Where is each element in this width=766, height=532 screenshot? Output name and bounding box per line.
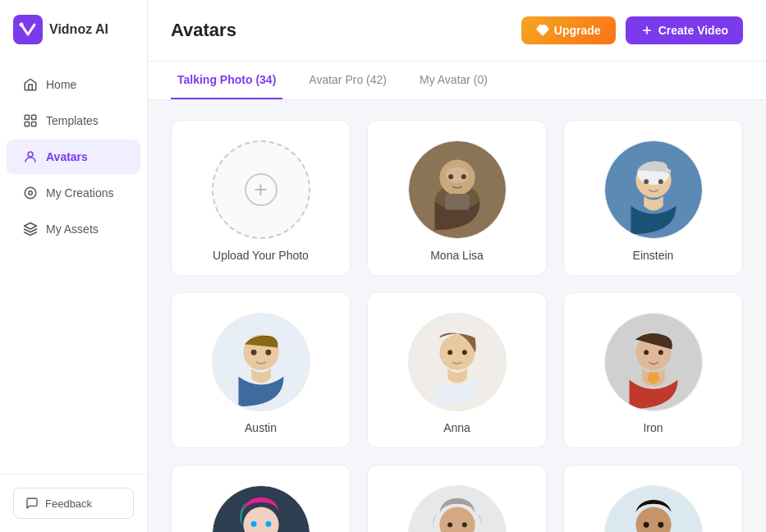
upload-area[interactable]: +	[212, 140, 310, 239]
creations-icon	[23, 186, 38, 200]
sidebar-item-home[interactable]: Home	[7, 67, 140, 102]
sidebar-item-my-creations-label: My Creations	[46, 186, 113, 200]
svg-point-22	[644, 179, 649, 184]
svg-point-23	[658, 179, 663, 184]
svg-point-16	[448, 174, 453, 179]
avatar-image-wrap-maeve	[212, 485, 310, 532]
svg-point-40	[265, 521, 271, 527]
austin-label: Austin	[245, 421, 277, 434]
svg-point-17	[461, 174, 466, 179]
sidebar-item-templates[interactable]: Templates	[7, 103, 140, 138]
svg-point-34	[644, 350, 649, 355]
avatar-image-wrap-iron	[604, 313, 703, 411]
avatar-image-wrap-austin	[212, 313, 310, 411]
sidebar: Vidnoz AI Home Templates	[0, 0, 148, 532]
sidebar-item-my-assets[interactable]: My Assets	[7, 212, 140, 246]
main-content: Avatars Upgrade Create Video Talking Pho…	[148, 0, 766, 532]
avatar-image-wrap-mona-lisa	[408, 140, 507, 239]
header-actions: Upgrade Create Video	[521, 16, 743, 44]
tab-talking-photo[interactable]: Talking Photo (34)	[171, 62, 282, 99]
svg-rect-5	[32, 122, 36, 126]
upload-label: Upload Your Photo	[213, 249, 309, 262]
tab-my-avatar[interactable]: My Avatar (0)	[413, 62, 494, 99]
svg-rect-4	[25, 122, 29, 126]
create-video-button[interactable]: Create Video	[626, 16, 743, 44]
logo-icon	[13, 15, 43, 44]
avatar-image-wrap-donna	[408, 485, 507, 532]
avatar-card-anna[interactable]: Anna	[367, 292, 547, 448]
avatar-card-austin[interactable]: Austin	[171, 292, 351, 448]
svg-point-30	[447, 350, 452, 355]
avatar-card-einstein[interactable]: Einstein	[563, 120, 743, 276]
upgrade-button[interactable]: Upgrade	[521, 16, 616, 44]
nav-list: Home Templates Avatars	[0, 59, 147, 474]
feedback-area: Feedback	[0, 474, 147, 532]
logo-area: Vidnoz AI	[0, 0, 147, 59]
svg-point-6	[28, 152, 33, 157]
avatar-grid: + Upload Your Photo	[171, 120, 743, 532]
svg-point-1	[20, 23, 24, 27]
iron-label: Iron	[643, 421, 663, 434]
avatar-card-aiden[interactable]: Aiden	[563, 465, 743, 532]
svg-point-26	[250, 350, 256, 355]
avatar-image-einstein	[605, 140, 702, 239]
mona-lisa-label: Mona Lisa	[430, 249, 484, 262]
avatar-image-anna	[409, 313, 506, 411]
sidebar-item-my-assets-label: My Assets	[46, 222, 99, 236]
svg-marker-9	[25, 223, 37, 230]
create-video-label: Create Video	[658, 24, 728, 37]
svg-point-8	[29, 191, 33, 195]
sidebar-item-avatars-label: Avatars	[46, 150, 88, 163]
assets-icon	[23, 222, 38, 236]
svg-point-39	[250, 521, 256, 527]
logo-text: Vidnoz AI	[49, 22, 108, 37]
avatar-image-wrap-anna	[408, 313, 507, 411]
svg-point-48	[658, 522, 663, 528]
feedback-button[interactable]: Feedback	[13, 488, 134, 519]
feedback-label: Feedback	[45, 498, 92, 510]
avatar-card-mona-lisa[interactable]: Mona Lisa	[367, 120, 547, 276]
tabs-bar: Talking Photo (34) Avatar Pro (42) My Av…	[148, 62, 766, 100]
sidebar-item-my-creations[interactable]: My Creations	[7, 176, 140, 210]
anna-label: Anna	[443, 421, 470, 434]
avatar-image-wrap-aiden	[604, 485, 703, 532]
content-area: + Upload Your Photo	[148, 100, 766, 532]
sidebar-item-avatars[interactable]: Avatars	[7, 140, 140, 174]
svg-rect-0	[13, 15, 43, 44]
header: Avatars Upgrade Create Video	[148, 0, 766, 62]
sidebar-item-home-label: Home	[46, 78, 76, 91]
avatar-image-wrap-einstein	[604, 140, 703, 239]
svg-point-44	[461, 522, 466, 527]
avatar-image-austin	[213, 313, 310, 411]
upload-plus-icon: +	[245, 173, 278, 206]
home-icon	[23, 77, 38, 92]
upgrade-label: Upgrade	[554, 24, 601, 37]
avatar-image-iron	[605, 313, 702, 411]
svg-rect-3	[32, 115, 36, 119]
svg-point-7	[25, 187, 36, 199]
sidebar-item-templates-label: Templates	[46, 114, 99, 127]
einstein-label: Einstein	[633, 249, 674, 262]
avatar-card-iron[interactable]: Iron	[563, 292, 743, 448]
upload-card[interactable]: + Upload Your Photo	[171, 120, 351, 276]
avatars-icon	[23, 149, 38, 164]
svg-point-35	[658, 350, 663, 355]
svg-rect-18	[445, 194, 470, 210]
svg-point-27	[265, 350, 271, 355]
avatar-card-maeve[interactable]: Maeve	[171, 465, 351, 532]
page-title: Avatars	[171, 20, 236, 41]
avatar-image-mona-lisa	[409, 140, 506, 239]
svg-point-47	[643, 522, 649, 528]
diamond-icon	[536, 24, 549, 37]
tab-avatar-pro[interactable]: Avatar Pro (42)	[302, 62, 393, 99]
avatar-image-maeve	[213, 485, 310, 532]
templates-icon	[23, 113, 38, 128]
svg-point-31	[461, 350, 466, 355]
avatar-image-aiden	[605, 485, 702, 532]
feedback-icon	[25, 497, 39, 510]
svg-point-43	[447, 522, 452, 527]
svg-rect-2	[25, 115, 29, 119]
avatar-image-donna	[409, 485, 506, 532]
plus-icon	[640, 24, 654, 37]
avatar-card-donna[interactable]: Donna	[367, 465, 547, 532]
